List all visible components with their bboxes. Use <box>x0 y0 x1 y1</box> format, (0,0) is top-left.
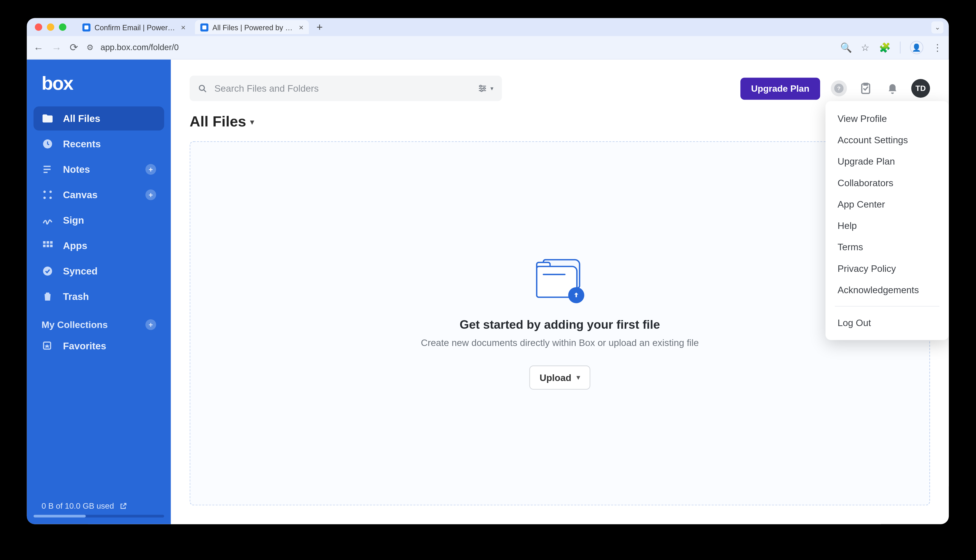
bookmark-icon[interactable]: ☆ <box>861 42 870 53</box>
tab-all-files[interactable]: All Files | Powered by Box × <box>195 20 309 34</box>
close-window-icon[interactable] <box>35 23 42 31</box>
sidebar-item-recents[interactable]: Recents <box>33 132 164 156</box>
window-controls <box>35 23 66 31</box>
page-title-dropdown[interactable]: All Files ▾ <box>190 113 930 131</box>
favorites-icon <box>42 340 53 352</box>
menu-item-app-center[interactable]: App Center <box>826 193 949 215</box>
sidebar-item-label: Recents <box>63 139 100 150</box>
sidebar-item-favorites[interactable]: Favorites <box>33 334 164 358</box>
chevron-down-icon: ▾ <box>577 373 580 381</box>
sidebar-item-label: Apps <box>63 240 87 251</box>
svg-point-1 <box>43 190 46 193</box>
chevron-down-icon: ▾ <box>490 85 494 92</box>
external-link-icon <box>119 502 127 510</box>
chevron-down-icon: ▾ <box>250 118 254 126</box>
menu-item-acknowledgements[interactable]: Acknowledgements <box>826 279 949 300</box>
sidebar-item-canvas[interactable]: Canvas + <box>33 183 164 207</box>
svg-point-14 <box>480 85 481 87</box>
box-app: box All Files Recents Notes + Canvas <box>27 60 949 524</box>
avatar-button[interactable]: TD <box>911 79 930 98</box>
trash-icon <box>42 290 53 303</box>
new-tab-button[interactable]: + <box>313 21 326 33</box>
svg-point-3 <box>43 197 46 199</box>
sliders-icon <box>477 83 488 94</box>
menu-item-log-out[interactable]: Log Out <box>826 312 949 333</box>
menu-item-help[interactable]: Help <box>826 215 949 236</box>
menu-item-upgrade-plan[interactable]: Upgrade Plan <box>826 151 949 172</box>
site-settings-icon[interactable]: ⚙ <box>87 43 94 52</box>
apps-icon <box>42 240 53 252</box>
maximize-window-icon[interactable] <box>59 23 67 31</box>
sidebar-item-label: Synced <box>63 266 97 277</box>
help-button[interactable]: ? <box>831 80 847 97</box>
upload-button[interactable]: Upload ▾ <box>530 365 590 389</box>
sidebar-item-label: Trash <box>63 291 89 302</box>
menu-item-view-profile[interactable]: View Profile <box>826 108 949 129</box>
add-collection-icon[interactable]: + <box>145 319 156 330</box>
zoom-icon[interactable]: 🔍 <box>840 42 852 53</box>
menu-item-collaborators[interactable]: Collaborators <box>826 172 949 193</box>
add-canvas-icon[interactable]: + <box>145 190 156 200</box>
browser-window: Confirm Email | Powered by B × All Files… <box>27 18 949 524</box>
address-bar[interactable]: ⚙ app.box.com/folder/0 <box>87 43 179 52</box>
sidebar-item-apps[interactable]: Apps <box>33 234 164 258</box>
upload-folder-illustration <box>533 257 587 304</box>
svg-text:?: ? <box>837 85 841 92</box>
sidebar-item-trash[interactable]: Trash <box>33 285 164 308</box>
svg-point-13 <box>199 85 204 90</box>
search-placeholder: Search Files and Folders <box>214 83 319 94</box>
forward-button[interactable]: → <box>52 42 62 53</box>
menu-separator <box>835 306 939 307</box>
sidebar-item-notes[interactable]: Notes + <box>33 157 164 182</box>
minimize-window-icon[interactable] <box>47 23 54 31</box>
svg-rect-9 <box>47 245 49 247</box>
sidebar-item-all-files[interactable]: All Files <box>33 107 164 130</box>
tasks-icon[interactable] <box>857 80 874 97</box>
search-icon <box>198 83 208 93</box>
menu-item-terms[interactable]: Terms <box>826 236 949 258</box>
sidebar-item-label: Sign <box>63 215 84 226</box>
page-title-text: All Files <box>190 113 246 131</box>
svg-point-2 <box>50 190 52 193</box>
svg-point-15 <box>483 88 485 89</box>
menu-item-account-settings[interactable]: Account Settings <box>826 129 949 150</box>
chrome-profile-button[interactable]: 👤 <box>910 41 923 54</box>
storage-text: 0 B of 10.0 GB used <box>42 502 114 511</box>
search-filter-button[interactable]: ▾ <box>477 83 494 94</box>
reload-button[interactable]: ⟳ <box>70 42 78 53</box>
main-content: Search Files and Folders ▾ Upgrade Plan … <box>171 60 949 524</box>
svg-rect-6 <box>47 241 49 243</box>
svg-rect-10 <box>50 245 53 247</box>
sidebar-item-label: All Files <box>63 113 100 124</box>
tabstrip-expand-icon[interactable]: ⌄ <box>931 21 943 33</box>
menu-item-privacy-policy[interactable]: Privacy Policy <box>826 258 949 279</box>
add-note-icon[interactable]: + <box>145 164 156 175</box>
upload-button-label: Upload <box>540 372 572 383</box>
sidebar-item-label: Favorites <box>63 341 106 352</box>
box-favicon-icon <box>82 23 90 31</box>
chrome-menu-icon[interactable]: ⋮ <box>933 42 942 53</box>
back-button[interactable]: ← <box>33 42 44 53</box>
upgrade-plan-button[interactable]: Upgrade Plan <box>740 77 820 99</box>
empty-dropzone[interactable]: Get started by adding your first file Cr… <box>190 141 930 505</box>
header-row: Search Files and Folders ▾ Upgrade Plan … <box>190 76 930 101</box>
search-input[interactable]: Search Files and Folders ▾ <box>190 76 502 101</box>
divider <box>900 42 901 53</box>
svg-rect-5 <box>43 241 45 243</box>
notifications-icon[interactable] <box>884 80 901 97</box>
extensions-icon[interactable]: 🧩 <box>879 42 890 53</box>
box-logo[interactable]: box <box>33 73 164 94</box>
collections-header[interactable]: My Collections + <box>33 310 164 334</box>
close-tab-icon[interactable]: × <box>299 22 304 32</box>
tab-confirm-email[interactable]: Confirm Email | Powered by B × <box>77 20 191 34</box>
close-tab-icon[interactable]: × <box>181 22 186 32</box>
svg-point-16 <box>481 90 482 92</box>
profile-menu: View Profile Account Settings Upgrade Pl… <box>826 101 949 340</box>
storage-usage[interactable]: 0 B of 10.0 GB used <box>33 496 164 512</box>
svg-point-4 <box>50 197 52 199</box>
sidebar-item-sign[interactable]: Sign <box>33 208 164 232</box>
folder-icon <box>42 113 53 125</box>
sidebar-item-label: Canvas <box>63 190 97 200</box>
sidebar-item-synced[interactable]: Synced <box>33 259 164 283</box>
clock-icon <box>42 138 53 150</box>
